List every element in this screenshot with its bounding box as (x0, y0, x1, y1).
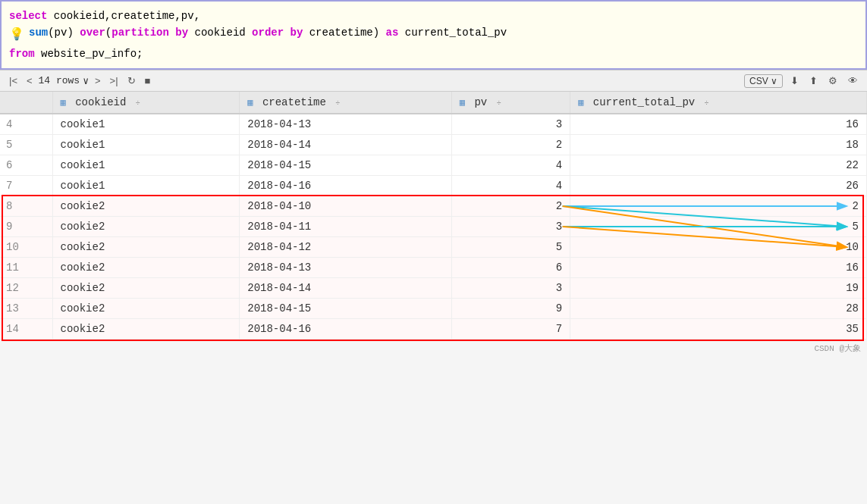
cell-rownum: 14 (0, 319, 52, 340)
toolbar-right: CSV ∨ ⬇ ⬆ ⚙ 👁 (744, 74, 861, 88)
col-icon-createtime: ▦ (247, 98, 253, 108)
cell-total: 26 (570, 176, 867, 196)
cell-pv: 5 (451, 237, 570, 258)
cell-total: 10 (570, 237, 867, 258)
cell-pv: 2 (451, 196, 570, 217)
cell-createtime: 2018-04-16 (240, 176, 452, 196)
nav-last-button[interactable]: >| (107, 74, 121, 88)
col-header-cookieid[interactable]: ▦ cookieid ÷ (52, 92, 240, 114)
cell-cookieid: cookie2 (52, 196, 240, 217)
col-header-createtime[interactable]: ▦ createtime ÷ (240, 92, 452, 114)
table-row: 5 cookie1 2018-04-14 2 18 (0, 135, 867, 155)
keyword-select: select (9, 8, 47, 24)
sql-editor[interactable]: select cookieid,createtime,pv, 💡 sum (pv… (0, 0, 867, 70)
refresh-button[interactable]: ↻ (124, 74, 139, 88)
cell-pv: 2 (451, 135, 570, 155)
col-icon-total: ▦ (578, 98, 583, 108)
col-header-rownum (0, 92, 52, 114)
table-row: 9 cookie2 2018-04-11 3 5 (0, 217, 867, 237)
cell-pv: 6 (451, 258, 570, 278)
sql-line-3: from website_pv_info; (9, 45, 858, 62)
col-label-total: current_total_pv (593, 96, 695, 108)
upload-button[interactable]: ⬆ (806, 74, 821, 88)
sort-icon-pv[interactable]: ÷ (497, 99, 501, 108)
watermark: CSDN @大象 (0, 340, 867, 357)
cell-total: 28 (570, 299, 867, 319)
col-header-pv[interactable]: ▦ pv ÷ (451, 92, 570, 114)
lightbulb-icon: 💡 (9, 26, 24, 45)
cell-createtime: 2018-04-13 (240, 258, 452, 278)
keyword-sum: sum (29, 24, 48, 41)
table-row: 12 cookie2 2018-04-14 3 19 (0, 278, 867, 299)
table-body: 4 cookie1 2018-04-13 3 16 5 cookie1 2018… (0, 114, 867, 340)
cell-pv: 3 (451, 114, 570, 135)
cell-rownum: 9 (0, 217, 52, 237)
table-row: 11 cookie2 2018-04-13 6 16 (0, 258, 867, 278)
col-icon-pv: ▦ (460, 98, 465, 108)
download-button[interactable]: ⬇ (787, 74, 802, 88)
cell-cookieid: cookie2 (52, 319, 240, 340)
cell-rownum: 8 (0, 196, 52, 217)
csv-button[interactable]: CSV ∨ (744, 74, 783, 88)
cell-createtime: 2018-04-12 (240, 237, 452, 258)
nav-prev-button[interactable]: < (24, 74, 36, 88)
cell-createtime: 2018-04-15 (240, 155, 452, 176)
row-count: 14 rows (39, 75, 80, 86)
cell-rownum: 12 (0, 278, 52, 299)
sort-icon-createtime[interactable]: ÷ (335, 99, 340, 108)
cell-cookieid: cookie1 (52, 114, 240, 135)
nav-next-button[interactable]: > (92, 74, 104, 88)
cell-rownum: 4 (0, 114, 52, 135)
cell-cookieid: cookie2 (52, 237, 240, 258)
row-count-arrow: ∨ (83, 75, 89, 87)
table-row: 7 cookie1 2018-04-16 4 26 (0, 176, 867, 196)
table-row: 8 cookie2 2018-04-10 2 2 (0, 196, 867, 217)
table-container: ▦ cookieid ÷ ▦ createtime ÷ ▦ pv ÷ (0, 92, 867, 340)
col-icon-cookieid: ▦ (61, 98, 66, 108)
keyword-from: from (9, 45, 35, 62)
eye-button[interactable]: 👁 (845, 74, 861, 88)
cell-rownum: 6 (0, 155, 52, 176)
sql-line-1: select cookieid,createtime,pv, (9, 8, 858, 24)
cell-rownum: 11 (0, 258, 52, 278)
sort-icon-total[interactable]: ÷ (705, 99, 709, 108)
cell-cookieid: cookie2 (52, 217, 240, 237)
cell-total: 5 (570, 217, 867, 237)
cell-rownum: 7 (0, 176, 52, 196)
keyword-over: over (80, 24, 105, 41)
cell-total: 22 (570, 155, 867, 176)
stop-button[interactable]: ■ (142, 74, 154, 88)
cell-total: 19 (570, 278, 867, 299)
col-header-total[interactable]: ▦ current_total_pv ÷ (570, 92, 867, 114)
col-label-pv: pv (474, 96, 487, 108)
results-table: ▦ cookieid ÷ ▦ createtime ÷ ▦ pv ÷ (0, 92, 867, 340)
col-label-cookieid: cookieid (75, 96, 126, 108)
cell-pv: 9 (451, 299, 570, 319)
cell-cookieid: cookie1 (52, 155, 240, 176)
cell-rownum: 5 (0, 135, 52, 155)
watermark-text: CSDN @大象 (814, 344, 861, 353)
toolbar-left: |< < 14 rows ∨ > >| ↻ ■ (6, 74, 153, 88)
cell-createtime: 2018-04-10 (240, 196, 452, 217)
cell-rownum: 10 (0, 237, 52, 258)
cell-pv: 7 (451, 319, 570, 340)
cell-createtime: 2018-04-13 (240, 114, 452, 135)
cell-createtime: 2018-04-16 (240, 319, 452, 340)
table-row: 13 cookie2 2018-04-15 9 28 (0, 299, 867, 319)
nav-first-button[interactable]: |< (6, 74, 20, 88)
cell-pv: 3 (451, 278, 570, 299)
sort-icon-cookieid[interactable]: ÷ (136, 99, 140, 108)
cell-total: 2 (570, 196, 867, 217)
table-row: 6 cookie1 2018-04-15 4 22 (0, 155, 867, 176)
table-row: 10 cookie2 2018-04-12 5 10 (0, 237, 867, 258)
cell-rownum: 13 (0, 299, 52, 319)
cell-cookieid: cookie2 (52, 278, 240, 299)
cell-pv: 3 (451, 217, 570, 237)
cell-cookieid: cookie2 (52, 258, 240, 278)
cell-cookieid: cookie2 (52, 299, 240, 319)
cell-createtime: 2018-04-14 (240, 135, 452, 155)
layout-button[interactable]: ⚙ (825, 74, 840, 88)
table-header-row: ▦ cookieid ÷ ▦ createtime ÷ ▦ pv ÷ (0, 92, 867, 114)
cell-createtime: 2018-04-15 (240, 299, 452, 319)
sql-line-2: 💡 sum (pv) over ( partition by cookieid … (9, 24, 858, 45)
